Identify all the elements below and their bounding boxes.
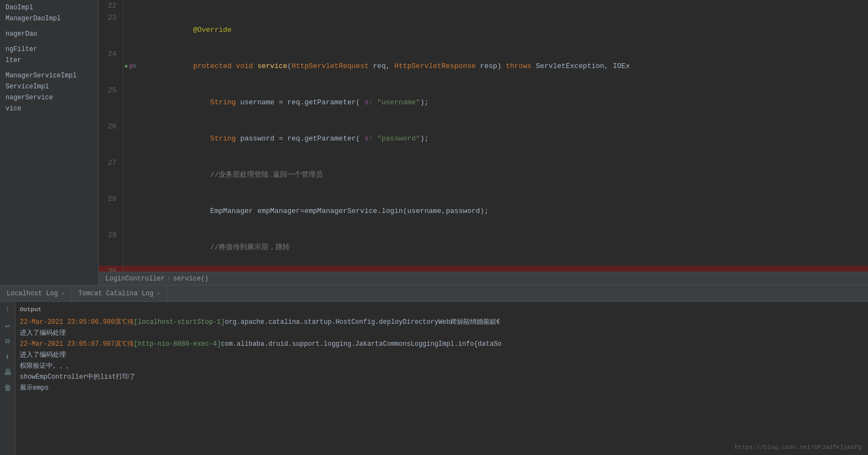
breadcrumb-bar: LoginController › service() — [99, 272, 868, 285]
log-class-1: org.apache.catalina.startup.HostConfig.d… — [225, 317, 438, 328]
sidebar-item-lter[interactable]: lter — [0, 55, 98, 66]
log-line-4: 进入了编码处理 — [20, 350, 864, 361]
line-content-26: String password = req.getParameter( s: "… — [137, 121, 868, 157]
bookmark-icon: @ — [129, 60, 133, 72]
line-content-24: protected void service(HttpServletReques… — [137, 48, 868, 85]
log-line-6: showEmpController中的list打印了 — [20, 372, 864, 383]
var-password: password = req.getParameter( — [240, 134, 364, 143]
log-timestamp-3: 22-Mar-2021 23:05:07.907 — [20, 339, 115, 350]
console-text-area: Output 22-Mar-2021 23:05:06.980 淇℃伅 [loc… — [15, 302, 868, 455]
override-icon: ● — [125, 60, 128, 72]
line-gutter-28 — [124, 193, 137, 229]
code-line-29: 29 //将值传到展示层，跳转 — [99, 229, 868, 266]
line-gutter-26 — [124, 121, 137, 157]
sidebar-item-empty2 — [0, 40, 98, 44]
log-level-1: 淇℃伅 — [115, 317, 134, 328]
line-content-28: EmpManager empManager=empManagerService.… — [137, 193, 868, 229]
log-line-2: 进入了编码处理 — [20, 328, 864, 339]
download-icon[interactable]: ⬇ — [4, 351, 10, 363]
log-chinese-6: showEmpController中的list打印了 — [20, 372, 136, 383]
sidebar-item-nagerdao[interactable]: nagerDao — [0, 29, 98, 40]
sidebar-item-ngfilter[interactable]: ngFilter — [0, 44, 98, 55]
semi1: ); — [420, 98, 429, 106]
line-content-29: //将值传到展示层，跳转 — [137, 229, 868, 266]
log-line-7: 展示emps — [20, 383, 864, 394]
annotation-override: @Override — [193, 26, 232, 34]
line-content-22 — [137, 0, 868, 12]
code-line-25: 25 String username = req.getParameter( s… — [99, 85, 868, 121]
line-gutter-23 — [124, 12, 137, 48]
code-line-30: 30 req.getSession().setAttribute( s: "em… — [99, 266, 868, 272]
line-content-25: String username = req.getParameter( s: "… — [137, 85, 868, 121]
log-chinese-2: 进入了编码处理 — [20, 328, 66, 339]
line-number-27: 27 — [99, 157, 124, 193]
str-username: "username" — [373, 98, 420, 106]
scroll-up-icon[interactable]: ↑ — [4, 304, 10, 315]
log-thread-1: [localhost-startStop-1] — [134, 317, 225, 328]
line-number-23: 23 — [99, 12, 124, 48]
code-line-22: 22 — [99, 0, 868, 12]
kw-string-type2: String — [210, 134, 240, 143]
tab-tomcat-catalina-log[interactable]: Tomcat Catalina Log ✕ — [72, 285, 167, 302]
sidebar-item-vice[interactable]: vice — [0, 103, 98, 114]
kw-httpservletrequest: HttpServletRequest — [292, 62, 373, 70]
breadcrumb-method[interactable]: service() — [173, 275, 209, 283]
breadcrumb-class[interactable]: LoginController — [105, 275, 165, 283]
log-timestamp-1: 22-Mar-2021 23:05:06.980 — [20, 317, 115, 328]
log-line-1: 22-Mar-2021 23:05:06.980 淇℃伅 [localhost-… — [20, 317, 864, 328]
code-empmanager: EmpManager empManager=empManagerService.… — [210, 207, 489, 215]
tab-localhost-log[interactable]: Localhost Log ✕ — [0, 285, 72, 302]
line-gutter-25 — [124, 85, 137, 121]
kw-void: void — [236, 62, 257, 70]
clear-icon[interactable]: 🗑 — [3, 383, 13, 394]
sidebar-item-managerserviceimpl[interactable]: ManagerServiceImpl — [0, 70, 98, 81]
kw-throws: throws — [506, 62, 536, 70]
line-number-28: 28 — [99, 193, 124, 229]
console-main: ↑ ↵ ⊟ ⬇ 🖶 🗑 Output 22-Mar-2021 23:05:06.… — [0, 302, 868, 455]
console-tabs: Localhost Log ✕ Tomcat Catalina Log ✕ — [0, 285, 868, 302]
log-line-3: 22-Mar-2021 23:05:07.907 淇℃伅 [http-nio-8… — [20, 339, 864, 350]
sidebar-item-empty3 — [0, 66, 98, 70]
tab-tomcat-label: Tomcat Catalina Log — [79, 290, 154, 297]
tab-localhost-log-label: Localhost Log — [7, 290, 58, 297]
code-line-24: 24 ● @ ▽ protected void service(HttpServ… — [99, 48, 868, 85]
code-line-27: 27 //业务层处理登陆.返回一个管理员 — [99, 157, 868, 193]
line-number-25: 25 — [99, 85, 124, 121]
method-service: service — [257, 62, 288, 70]
comment-29: //将值传到展示层，跳转 — [210, 243, 290, 251]
str-password: "password" — [373, 134, 420, 143]
sidebar-item-serviceimpl[interactable]: ServiceImpl — [0, 81, 98, 92]
close-tomcat-log-icon[interactable]: ✕ — [156, 290, 160, 297]
log-chinese-5: 权限验证中。。。 — [20, 361, 72, 372]
close-localhost-log-icon[interactable]: ✕ — [61, 290, 65, 297]
console-area: Localhost Log ✕ Tomcat Catalina Log ✕ ↑ … — [0, 285, 868, 455]
comment-27: //业务层处理登陆.返回一个管理员 — [210, 171, 323, 179]
code-container: 22 23 @Override 24 ● @ — [99, 0, 868, 272]
wrap-icon[interactable]: ↵ — [4, 319, 10, 331]
kw-httpservletresponse: HttpServletResponse — [394, 62, 480, 70]
exception-servlet: ServletException, IOEx — [536, 62, 630, 70]
sidebar-item-nagerservice[interactable]: nagerService — [0, 92, 98, 103]
print-icon[interactable]: 🖶 — [3, 367, 13, 378]
editor-area: 22 23 @Override 24 ● @ — [99, 0, 868, 285]
line-content-30: req.getSession().setAttribute( s: "empMa… — [137, 266, 868, 272]
sidebar-item-managerdaoimpl[interactable]: ManagerDaoImpl — [0, 13, 98, 24]
sidebar-item-empty1 — [0, 24, 98, 29]
log-chinese-7: 展示emps — [20, 383, 49, 394]
line-number-24: 24 — [99, 48, 124, 85]
line-number-22: 22 — [99, 0, 124, 12]
console-left-icons: ↑ ↵ ⊟ ⬇ 🖶 🗑 — [0, 302, 15, 455]
code-line-28: 28 EmpManager empManager=empManagerServi… — [99, 193, 868, 229]
sidebar-item-daoimpl[interactable]: DaoImpl — [0, 2, 98, 13]
kw-string-type: String — [210, 98, 240, 106]
log-line-5: 权限验证中。。。 — [20, 361, 864, 372]
filter-icon[interactable]: ⊟ — [4, 335, 10, 347]
watermark: https://blog.csdn.net/GFJadfkljasfg — [735, 444, 861, 451]
code-line-23: 23 @Override — [99, 12, 868, 48]
semi2: ); — [420, 134, 429, 143]
log-thread-3: [http-nio-8080-exec-4] — [134, 339, 221, 350]
var-username: username = req.getParameter( — [240, 98, 364, 106]
code-line-26: 26 String password = req.getParameter( s… — [99, 121, 868, 157]
param-req: req, — [373, 62, 394, 70]
param-s1: s: — [365, 98, 373, 106]
